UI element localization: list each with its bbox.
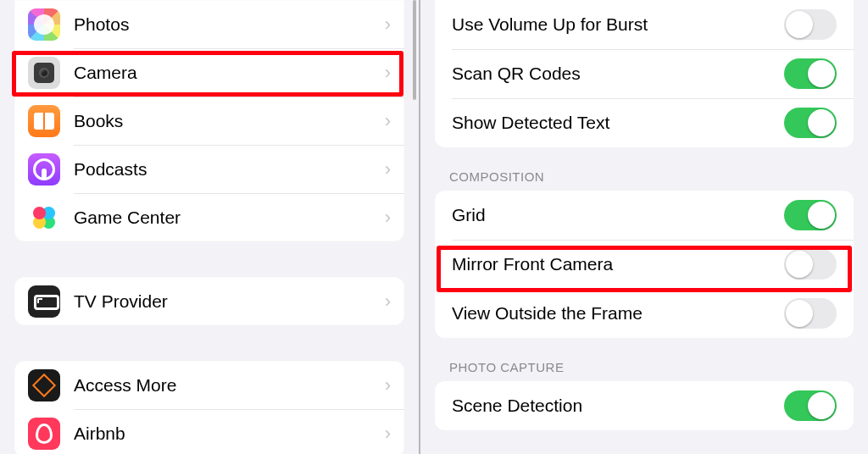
sidebar-item-camera[interactable]: Camera › [14, 48, 404, 97]
airbnb-icon [28, 418, 60, 450]
row-show-detected-text[interactable]: Show Detected Text [435, 98, 854, 147]
game-center-icon [28, 202, 60, 234]
row-volume-up-burst[interactable]: Use Volume Up for Burst [435, 0, 854, 49]
sidebar-group-1: Photos › Camera › Books › Podcasts › Gam… [14, 0, 404, 241]
books-icon [28, 105, 60, 137]
row-label: Grid [452, 205, 784, 225]
sidebar-item-label: Books [74, 111, 385, 131]
row-view-outside-frame[interactable]: View Outside the Frame [435, 289, 854, 338]
row-scan-qr-codes[interactable]: Scan QR Codes [435, 49, 854, 98]
chevron-right-icon: › [385, 423, 391, 445]
detail-group-1: Use Volume Up for Burst Scan QR Codes Sh… [435, 0, 854, 147]
chevron-right-icon: › [385, 62, 391, 84]
camera-icon [28, 57, 60, 89]
podcasts-icon [28, 153, 60, 185]
sidebar-group-2: TV Provider › [14, 277, 404, 325]
row-mirror-front-camera[interactable]: Mirror Front Camera [435, 240, 854, 289]
toggle-scan-qr-codes[interactable] [784, 58, 837, 89]
toggle-volume-up-burst[interactable] [784, 9, 837, 40]
row-scene-detection[interactable]: Scene Detection [435, 381, 854, 430]
section-header-composition: COMPOSITION [449, 169, 839, 184]
chevron-right-icon: › [385, 158, 391, 180]
sidebar-item-tv-provider[interactable]: TV Provider › [14, 277, 404, 325]
camera-detail-pane: Use Volume Up for Burst Scan QR Codes Sh… [420, 0, 868, 454]
chevron-right-icon: › [385, 110, 391, 132]
toggle-view-outside-frame[interactable] [784, 298, 837, 329]
sidebar-item-access-more[interactable]: Access More › [14, 361, 404, 409]
sidebar-item-books[interactable]: Books › [14, 97, 404, 145]
chevron-right-icon: › [385, 291, 391, 313]
sidebar-item-label: TV Provider [74, 291, 385, 312]
sidebar-item-photos[interactable]: Photos › [14, 0, 404, 48]
row-label: Mirror Front Camera [452, 254, 784, 274]
sidebar-group-3: Access More › Airbnb › [14, 361, 404, 454]
sidebar-item-podcasts[interactable]: Podcasts › [14, 145, 404, 193]
sidebar-item-airbnb[interactable]: Airbnb › [14, 409, 404, 454]
tv-provider-icon [28, 285, 60, 318]
toggle-grid[interactable] [784, 200, 837, 230]
section-header-photo-capture: PHOTO CAPTURE [449, 360, 839, 374]
sidebar-item-label: Photos [74, 14, 385, 35]
scrollbar[interactable] [413, 0, 416, 100]
detail-group-composition: Grid Mirror Front Camera View Outside th… [435, 191, 854, 338]
row-label: Use Volume Up for Burst [452, 14, 784, 35]
toggle-mirror-front-camera[interactable] [784, 249, 837, 280]
sidebar-item-game-center[interactable]: Game Center › [14, 193, 404, 241]
sidebar-item-label: Podcasts [74, 159, 385, 180]
row-grid[interactable]: Grid [435, 191, 854, 240]
toggle-show-detected-text[interactable] [784, 108, 837, 138]
row-label: Show Detected Text [452, 113, 784, 133]
settings-sidebar: Photos › Camera › Books › Podcasts › Gam… [0, 0, 419, 454]
toggle-scene-detection[interactable] [784, 390, 837, 421]
chevron-right-icon: › [385, 14, 391, 36]
sidebar-item-label: Camera [74, 63, 385, 83]
row-label: Scan QR Codes [452, 64, 784, 84]
chevron-right-icon: › [385, 207, 391, 229]
photos-icon [28, 8, 60, 41]
chevron-right-icon: › [385, 374, 391, 396]
sidebar-item-label: Game Center [74, 208, 385, 228]
row-label: Scene Detection [452, 396, 784, 416]
access-more-icon [28, 369, 60, 401]
row-label: View Outside the Frame [452, 303, 784, 324]
sidebar-item-label: Access More [74, 375, 385, 396]
sidebar-item-label: Airbnb [74, 424, 385, 444]
detail-group-photo-capture: Scene Detection [435, 381, 854, 430]
